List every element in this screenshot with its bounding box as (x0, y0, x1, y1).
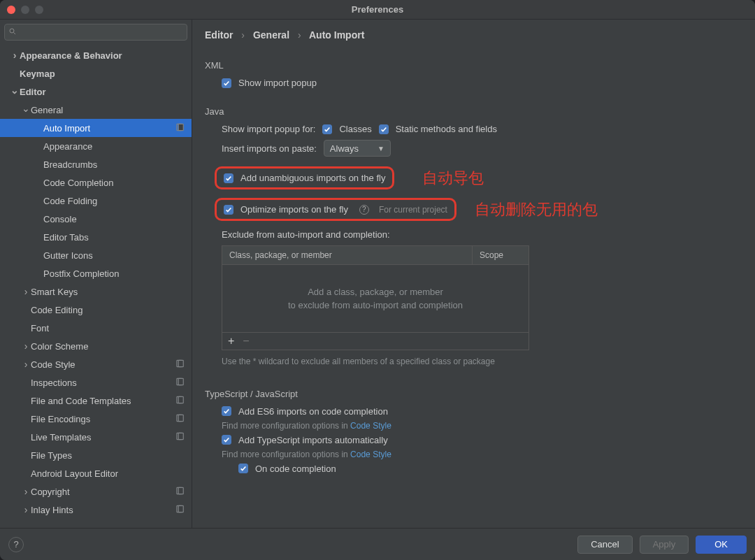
tree-item[interactable]: ⌄General (0, 101, 192, 119)
tree-item[interactable]: Gutter Icons (0, 246, 192, 264)
svg-line-1 (14, 33, 16, 35)
on-completion-row[interactable]: On code completion (238, 464, 742, 474)
settings-tree[interactable]: ›Appearance & BehaviorKeymap⌄Editor⌄Gene… (0, 45, 192, 528)
exclude-empty[interactable]: Add a class, package, or member to exclu… (222, 265, 528, 332)
section-xml: XML (205, 60, 742, 71)
help-button[interactable]: ? (8, 537, 24, 552)
column-scope[interactable]: Scope (473, 246, 528, 264)
es6-row[interactable]: Add ES6 imports on code completion (222, 406, 742, 417)
tree-item[interactable]: File and Code Templates (0, 392, 192, 410)
annotation-auto-import: 自动导包 (422, 168, 484, 189)
chevron-right-icon: › (21, 287, 31, 296)
section-java: Java (205, 106, 742, 117)
tree-item[interactable]: ›Code Style (0, 355, 192, 373)
chevron-right-icon: › (21, 359, 31, 369)
chevron-right-icon: › (292, 29, 307, 41)
remove-button: − (243, 336, 249, 347)
tree-item[interactable]: Auto Import (0, 119, 192, 137)
add-button[interactable]: + (228, 336, 234, 347)
exclude-header: Class, package, or member Scope (222, 246, 528, 265)
exclude-title-row: Exclude from auto-import and completion: (222, 229, 742, 240)
checkbox-on-completion[interactable] (238, 464, 248, 473)
tree-item-label: Gutter Icons (43, 250, 93, 261)
tree-item[interactable]: ›Inlay Hints (0, 501, 192, 519)
sidebar: ›Appearance & BehaviorKeymap⌄Editor⌄Gene… (0, 20, 192, 528)
tree-item[interactable]: Appearance (0, 137, 192, 155)
checkbox-label: Add ES6 imports on code completion (238, 406, 388, 417)
xml-show-popup-row[interactable]: Show import popup (222, 78, 742, 88)
tree-item[interactable]: Android Layout Editor (0, 464, 192, 482)
hint-text: Find more configuration options in (222, 421, 350, 431)
chevron-right-icon: › (21, 341, 31, 351)
ok-button[interactable]: OK (696, 536, 747, 554)
checkbox-label: Add unambiguous imports on the fly (240, 173, 385, 183)
tree-item-label: File Types (31, 450, 72, 461)
tree-item[interactable]: ›Smart Keys (0, 282, 192, 301)
breadcrumb-item: Auto Import (309, 29, 364, 41)
tree-item-label: Code Style (31, 359, 76, 370)
column-class[interactable]: Class, package, or member (222, 246, 473, 264)
tree-item[interactable]: Font (0, 319, 192, 337)
tree-item[interactable]: Code Completion (0, 173, 192, 192)
checkbox-optimize[interactable] (224, 205, 233, 215)
tree-item[interactable]: Editor Tabs (0, 228, 192, 246)
checkbox-label: Static methods and fields (396, 124, 497, 134)
tree-item-label: Breadcrumbs (43, 159, 97, 170)
svg-rect-9 (178, 396, 183, 403)
cancel-button[interactable]: Cancel (577, 536, 632, 554)
show-popup-for-row: Show import popup for: Classes Static me… (222, 124, 742, 134)
tree-item[interactable]: ›Color Scheme (0, 337, 192, 355)
tree-item[interactable]: ›Copyright (0, 482, 192, 501)
add-unambiguous-row: Add unambiguous imports on the fly 自动导包 (215, 166, 742, 189)
breadcrumb-item[interactable]: General (253, 29, 289, 41)
project-scope-icon (175, 504, 185, 516)
breadcrumb: Editor › General › Auto Import (192, 20, 755, 48)
annotation-auto-remove: 自动删除无用的包 (475, 199, 598, 220)
tree-item-label: File and Code Templates (31, 396, 131, 406)
tree-item[interactable]: Code Editing (0, 301, 192, 319)
titlebar: Preferences (0, 0, 755, 20)
checkbox-add-unambiguous[interactable] (224, 173, 233, 183)
section-ts: TypeScript / JavaScript (205, 389, 742, 399)
code-style-link[interactable]: Code Style (350, 421, 391, 431)
tree-item[interactable]: Breadcrumbs (0, 155, 192, 173)
tree-item[interactable]: ⌄Editor (0, 82, 192, 101)
es6-hint: Find more configuration options in Code … (222, 421, 742, 431)
ts-auto-row[interactable]: Add TypeScript imports automatically (222, 435, 742, 445)
project-scope-icon (175, 431, 185, 443)
tree-item-label: Copyright (31, 487, 70, 497)
tree-item[interactable]: Inspections (0, 373, 192, 392)
checkbox-classes[interactable] (322, 124, 332, 134)
checkbox-xml-show-popup[interactable] (222, 78, 231, 88)
label: Insert imports on paste: (222, 143, 317, 154)
tree-item[interactable]: Live Templates (0, 428, 192, 446)
breadcrumb-item[interactable]: Editor (205, 29, 233, 41)
checkbox-label: Classes (339, 124, 371, 134)
tree-item[interactable]: File Types (0, 446, 192, 464)
footer: ? Cancel Apply OK (0, 528, 755, 560)
checkbox-static[interactable] (379, 124, 389, 134)
tree-item-label: Appearance (43, 141, 92, 152)
ts-hint: Find more configuration options in Code … (222, 450, 742, 459)
search-input[interactable] (4, 24, 187, 41)
checkbox-es6[interactable] (222, 406, 231, 416)
tree-item[interactable]: Keymap (0, 64, 192, 82)
project-scope-icon (175, 486, 185, 498)
tree-item[interactable]: Console (0, 210, 192, 228)
svg-rect-13 (178, 433, 183, 439)
tree-item[interactable]: ›Appearance & Behavior (0, 46, 192, 64)
tree-item-label: General (31, 105, 63, 115)
tree-item[interactable]: Code Folding (0, 192, 192, 210)
code-style-link[interactable]: Code Style (350, 450, 391, 459)
tree-item-label: Font (31, 323, 49, 333)
window-title: Preferences (0, 4, 755, 15)
tree-item-label: Postfix Completion (43, 268, 119, 279)
insert-on-paste-select[interactable]: Always ▼ (324, 140, 391, 157)
apply-button: Apply (640, 536, 689, 554)
help-icon[interactable]: ? (359, 205, 369, 215)
empty-line: to exclude from auto-import and completi… (288, 299, 463, 313)
checkbox-ts-auto[interactable] (222, 435, 231, 445)
content: Editor › General › Auto Import XML Show … (192, 20, 755, 528)
tree-item[interactable]: Postfix Completion (0, 264, 192, 282)
tree-item[interactable]: File Encodings (0, 410, 192, 428)
